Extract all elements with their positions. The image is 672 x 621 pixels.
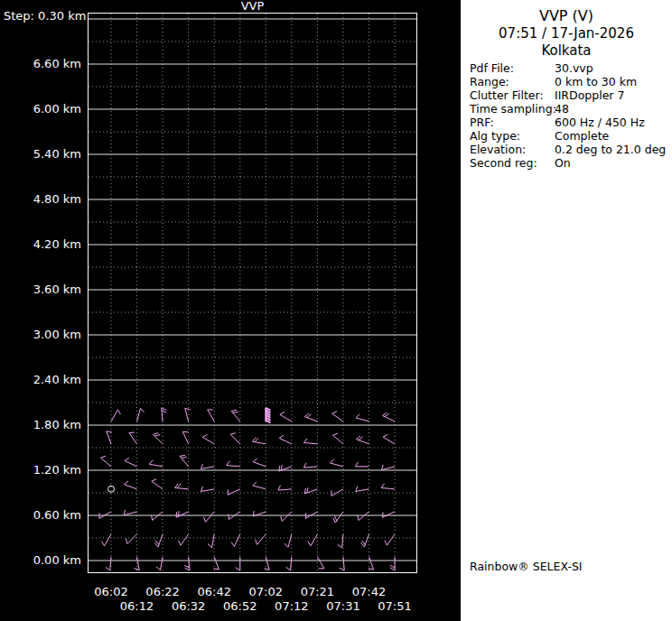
y-axis-tick-label: 4.80 km [2, 192, 81, 207]
field-value: 600 Hz / 450 Hz [555, 116, 645, 129]
field-value: 48 [555, 102, 569, 116]
site-name: Kolkata [461, 42, 672, 60]
field-label: PRF: [470, 116, 494, 129]
field-value: 30.vvp [555, 61, 593, 75]
field-label: Clutter Filter: [470, 88, 544, 102]
wind-barb-plot [88, 13, 417, 573]
x-axis-tick-label: 06:02 [90, 586, 132, 598]
field-row: Second reg:On [461, 156, 672, 170]
field-row: Range:0 km to 30 km [461, 75, 672, 88]
step-label: Step: 0.30 km [4, 9, 86, 23]
product-fields: Pdf File:30.vvpRange:0 km to 30 kmClutte… [461, 61, 672, 170]
field-row: Pdf File:30.vvp [461, 61, 672, 75]
field-row: Alg type:Complete [461, 129, 672, 143]
field-value: On [555, 156, 571, 170]
x-axis-tick-label: 06:12 [117, 600, 158, 613]
x-axis-tick-label: 07:42 [349, 586, 390, 598]
field-row: Elevation:0.2 deg to 21.0 deg [461, 143, 672, 156]
field-row: Time sampling:48 [461, 102, 672, 116]
x-axis-tick-label: 06:22 [142, 586, 183, 598]
field-row: PRF:600 Hz / 450 Hz [461, 116, 672, 129]
field-value: 0 km to 30 km [555, 75, 637, 88]
x-axis-tick-label: 07:02 [245, 586, 286, 598]
y-axis-tick-label: 4.20 km [2, 237, 81, 252]
timestamp: 07:51 / 17-Jan-2026 [461, 25, 672, 42]
y-axis-tick-label: 6.60 km [2, 57, 81, 71]
y-axis-tick-label: 0.00 km [2, 553, 81, 568]
field-row: Clutter Filter:IIRDoppler 7 [461, 88, 672, 102]
field-value: IIRDoppler 7 [555, 88, 624, 102]
y-axis-tick-label: 5.40 km [2, 147, 81, 162]
vvp-window: VVP Step: 0.30 km 6.60 km6.00 km5.40 km4… [0, 0, 672, 621]
y-axis-tick-label: 3.60 km [2, 283, 81, 297]
field-label: Alg type: [470, 129, 520, 143]
y-axis-tick-label: 3.00 km [2, 328, 81, 342]
field-label: Pdf File: [470, 61, 514, 75]
product-title: VVP (V) [461, 7, 672, 25]
info-panel: VVP (V) 07:51 / 17-Jan-2026 Kolkata Pdf … [461, 0, 672, 621]
x-axis-tick-label: 07:51 [374, 600, 415, 613]
x-axis-tick-label: 06:42 [193, 586, 235, 598]
plot-area[interactable] [88, 13, 417, 573]
x-axis-tick-label: 07:21 [296, 586, 338, 598]
y-axis-tick-label: 0.60 km [2, 508, 81, 523]
field-label: Range: [470, 75, 509, 88]
chart-region: VVP Step: 0.30 km 6.60 km6.00 km5.40 km4… [0, 0, 461, 621]
field-label: Elevation: [470, 143, 526, 156]
field-value: 0.2 deg to 21.0 deg [555, 143, 666, 156]
x-axis-tick-label: 07:12 [271, 600, 313, 613]
field-label: Time sampling: [470, 102, 556, 116]
y-axis-tick-label: 6.00 km [2, 102, 81, 116]
x-axis-tick-label: 06:32 [168, 600, 210, 613]
y-axis-tick-label: 1.80 km [2, 418, 81, 432]
y-axis-tick-label: 2.40 km [2, 373, 81, 387]
field-label: Second reg: [470, 156, 537, 170]
x-axis-tick-label: 07:31 [322, 600, 364, 613]
x-axis-tick-label: 06:52 [219, 600, 261, 613]
brand-footer: Rainbow® SELEX-SI [470, 560, 583, 573]
chart-title: VVP [88, 0, 417, 13]
y-axis-tick-label: 1.20 km [2, 463, 81, 477]
field-value: Complete [555, 129, 609, 143]
